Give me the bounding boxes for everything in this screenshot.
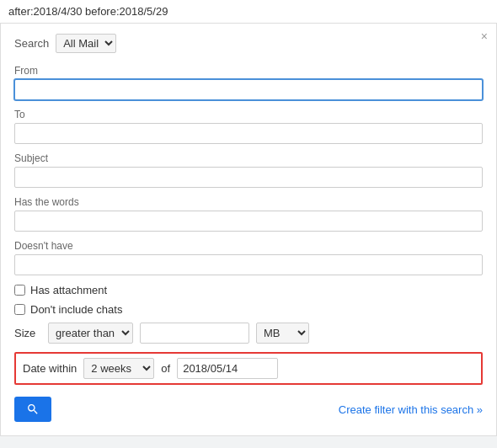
all-mail-select[interactable]: All Mail Inbox Sent Drafts <box>56 34 116 53</box>
subject-input[interactable] <box>14 167 483 188</box>
date-within-row: Date within 1 day 3 days 1 week 2 weeks … <box>14 352 483 385</box>
footer-row: Create filter with this search » <box>14 397 483 422</box>
to-input[interactable] <box>14 123 483 144</box>
date-of-label: of <box>161 362 170 375</box>
has-attachment-checkbox[interactable] <box>14 285 25 296</box>
advanced-search-panel: × Search All Mail Inbox Sent Drafts From… <box>0 24 497 436</box>
size-label: Size <box>14 327 41 339</box>
date-of-input[interactable] <box>177 358 278 379</box>
has-attachment-label[interactable]: Has attachment <box>30 284 107 296</box>
date-within-select[interactable]: 1 day 3 days 1 week 2 weeks 1 month 2 mo… <box>83 358 154 379</box>
from-label: From <box>14 65 483 77</box>
search-icon <box>26 403 40 416</box>
dont-include-chats-row: Don't include chats <box>14 303 483 316</box>
doesnt-have-label: Doesn't have <box>14 240 483 252</box>
close-button[interactable]: × <box>481 30 488 42</box>
size-comparator-select[interactable]: greater than less than <box>48 323 133 344</box>
from-input[interactable] <box>14 79 483 100</box>
size-amount-input[interactable] <box>140 323 249 344</box>
dont-include-chats-label[interactable]: Don't include chats <box>30 303 122 316</box>
has-attachment-row: Has attachment <box>14 284 483 296</box>
has-words-label: Has the words <box>14 196 483 208</box>
subject-label: Subject <box>14 152 483 164</box>
search-header: Search All Mail Inbox Sent Drafts <box>14 34 483 53</box>
size-row: Size greater than less than MB KB Bytes <box>14 323 483 344</box>
date-within-label: Date within <box>23 362 77 375</box>
search-bar: after:2018/4/30 before:2018/5/29 <box>0 0 497 24</box>
search-bar-text: after:2018/4/30 before:2018/5/29 <box>8 5 489 18</box>
to-label: To <box>14 109 483 120</box>
search-header-label: Search <box>14 37 49 50</box>
has-words-row: Has the words <box>14 196 483 232</box>
dont-include-chats-checkbox[interactable] <box>14 304 25 315</box>
from-row: From <box>14 65 483 100</box>
size-unit-select[interactable]: MB KB Bytes <box>256 323 309 344</box>
search-button[interactable] <box>14 397 51 422</box>
doesnt-have-row: Doesn't have <box>14 240 483 275</box>
has-words-input[interactable] <box>14 211 483 232</box>
doesnt-have-input[interactable] <box>14 254 483 275</box>
subject-row: Subject <box>14 152 483 188</box>
create-filter-link[interactable]: Create filter with this search » <box>339 403 483 416</box>
to-row: To <box>14 109 483 144</box>
